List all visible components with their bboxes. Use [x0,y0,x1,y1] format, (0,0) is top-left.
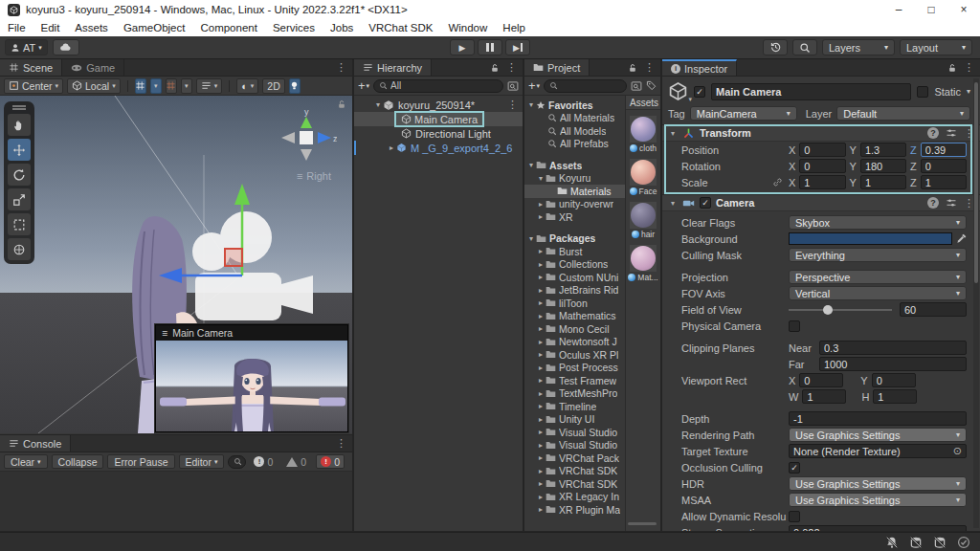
hdr-dropdown[interactable]: Use Graphics Settings▾ [789,476,967,491]
camera-header[interactable]: ▾ ✓ Camera ? ⋮ [662,194,980,211]
help-icon[interactable]: ? [927,197,939,209]
depth-field[interactable] [789,411,967,426]
add-object-button[interactable]: + ▾ [358,78,369,93]
menu-file[interactable]: File [0,22,33,33]
camera-preview-window[interactable]: ≡ Main Camera [155,324,348,432]
handle-space-button[interactable]: Local ▾ [67,78,121,94]
caret-down-icon[interactable]: ▾ [668,199,678,208]
physical-camera-checkbox[interactable] [789,320,800,332]
viewport-y-field[interactable] [872,373,916,387]
presets-icon[interactable] [946,127,957,139]
caret-right-icon[interactable]: ▸ [536,505,546,514]
account-button[interactable]: AT ▾ [5,39,48,55]
kebab-menu-icon[interactable]: ⋮ [506,61,517,74]
tab-game[interactable]: Game [62,59,124,76]
tree-row-all-materials[interactable]: All Materials [524,112,625,125]
rotation-z-field[interactable] [921,159,967,173]
help-icon[interactable]: ? [927,127,939,139]
scene-viewport[interactable]: y z ≡ Right ≡ Main Camera [0,96,352,433]
tab-hierarchy[interactable]: Hierarchy [354,59,432,76]
tree-row-test-framework[interactable]: ▸Test Framew [524,374,625,387]
tab-console[interactable]: Console [0,435,71,452]
caret-right-icon[interactable]: ▸ [536,415,546,424]
background-color-swatch[interactable] [789,232,952,245]
caret-right-icon[interactable]: ▸ [536,402,546,410]
orientation-gizmo[interactable]: y z [276,107,337,168]
occlusion-culling-checkbox[interactable]: ✓ [789,462,800,474]
tree-row-oculus-xr[interactable]: ▸Oculus XR Pl [524,348,625,362]
transform-tool[interactable] [8,238,31,260]
tree-row-jetbrains[interactable]: ▸JetBrains Rid [524,284,625,298]
search-in-window-icon[interactable] [631,80,642,92]
link-icon[interactable] [772,177,783,187]
tree-row-all-models[interactable]: All Models [524,124,625,138]
hierarchy-row-scene[interactable]: ▾ koyuru_250914* ⋮ [354,98,523,112]
tree-row-mathematics[interactable]: ▸Mathematics [524,310,625,323]
increment-snap-toggle[interactable] [166,78,177,94]
caret-right-icon[interactable]: ▸ [387,143,396,152]
caret-right-icon[interactable]: ▸ [536,338,546,346]
tree-row-newtonsoft[interactable]: ▸Newtonsoft J [524,336,625,349]
pivot-mode-button[interactable]: Center ▾ [4,78,63,94]
caret-right-icon[interactable]: ▸ [536,212,546,221]
caret-right-icon[interactable]: ▸ [536,453,546,462]
scale-x-field[interactable] [799,175,845,189]
caret-down-icon[interactable]: ▾ [526,100,536,109]
camera-enabled-checkbox[interactable]: ✓ [700,197,711,209]
eyedropper-icon[interactable] [956,233,967,244]
far-clip-field[interactable] [819,357,967,371]
menu-edit[interactable]: Edit [33,22,68,33]
global-search-button[interactable] [792,39,817,55]
maximize-button[interactable]: □ [915,0,947,19]
search-in-window-icon[interactable] [507,80,519,92]
toolbar-drag-handle[interactable] [12,105,26,110]
grid-snap-toggle[interactable] [135,78,146,94]
caret-down-icon[interactable]: ▾ [526,161,536,169]
caret-right-icon[interactable]: ▸ [536,200,546,209]
tree-row-visual-studio-2[interactable]: ▸Visual Studio [524,439,625,452]
tree-row-vrchat-sdk-2[interactable]: ▸VRChat SDK [524,477,625,491]
menu-gameobject[interactable]: GameObject [116,22,193,33]
transform-header[interactable]: ▾ Transform ? ⋮ [662,124,980,142]
hierarchy-row-main-camera[interactable]: Main Camera [354,112,523,126]
tree-row-unity-ui[interactable]: ▸Unity UI [524,413,625,427]
caret-down-icon[interactable]: ▾ [373,100,383,109]
scrollbar-thumb[interactable] [974,82,978,283]
layers-dropdown[interactable]: Layers ▾ [822,39,895,55]
info-filter-toggle[interactable]: ! 0 [250,454,277,469]
remote-cache-disabled-icon[interactable] [933,536,947,549]
play-button[interactable]: ▶ [450,39,475,55]
static-checkbox[interactable] [917,86,928,98]
console-log-area[interactable] [0,472,352,531]
rotate-tool[interactable] [8,164,31,186]
tree-row-post-processing[interactable]: ▸Post Process [524,362,625,375]
caret-down-icon[interactable]: ▾ [526,234,536,243]
asset-item-hair[interactable]: hair [626,202,660,239]
horizontal-scrollbar[interactable] [628,522,657,525]
tree-row-unity-overwr[interactable]: ▸unity-overwr [524,198,625,211]
tree-row-visual-studio-1[interactable]: ▸Visual Studio [524,426,625,439]
menu-vrchat-sdk[interactable]: VRChat SDK [361,22,440,33]
scene-lighting-toggle[interactable] [289,78,301,94]
tree-row-liltoon[interactable]: ▸lilToon [524,297,625,310]
hand-tool[interactable] [8,114,31,136]
scale-tool[interactable] [8,188,31,210]
console-search[interactable] [228,455,246,469]
position-x-field[interactable] [799,143,845,157]
caret-right-icon[interactable]: ▸ [536,324,546,333]
lock-icon[interactable] [490,63,500,73]
target-texture-field[interactable]: None (Render Texture)⊙ [789,444,967,458]
tree-row-koyuru[interactable]: ▾Koyuru [524,172,625,186]
position-z-field[interactable] [921,143,967,157]
step-button[interactable]: ▶ [505,39,530,55]
hierarchy-search-input[interactable] [390,80,498,91]
tree-row-burst[interactable]: ▸Burst [524,245,625,258]
close-button[interactable]: × [947,0,980,19]
label-filter-icon[interactable] [646,80,657,91]
menu-help[interactable]: Help [495,22,533,33]
tree-row-favorites[interactable]: ▾Favorites [524,99,625,112]
caret-right-icon[interactable]: ▸ [536,312,546,320]
kebab-menu-icon[interactable]: ⋮ [336,61,346,74]
rotation-x-field[interactable] [799,159,845,173]
tree-row-xr-plugin[interactable]: ▸XR Plugin Ma [524,503,625,517]
